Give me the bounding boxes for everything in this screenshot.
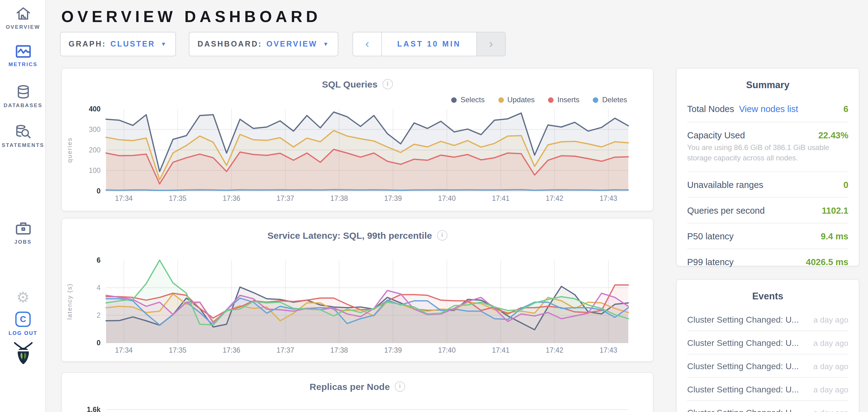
home-icon — [0, 6, 46, 21]
svg-text:17:36: 17:36 — [223, 346, 241, 354]
svg-text:1.6k: 1.6k — [87, 406, 100, 412]
summary-label: Unavailable ranges — [687, 180, 763, 190]
gear-icon[interactable]: ⚙ — [0, 290, 46, 305]
svg-text:queries: queries — [66, 137, 73, 163]
svg-text:2: 2 — [97, 311, 100, 319]
time-range-next-button[interactable]: › — [476, 32, 505, 56]
event-title[interactable]: Cluster Setting Changed: U... — [687, 408, 799, 412]
graph-dropdown-label: GRAPH: — [69, 40, 106, 48]
time-range-prev-button[interactable]: ‹ — [353, 32, 382, 56]
chevron-right-icon: › — [489, 37, 493, 51]
event-time: a day ago — [813, 408, 848, 412]
dashboard-dropdown-label: DASHBOARD: — [198, 40, 262, 48]
svg-text:6: 6 — [97, 256, 100, 264]
graph-dropdown-value: CLUSTER — [110, 40, 155, 48]
summary-title: Summary — [677, 69, 859, 91]
sidebar-item-logout[interactable]: C LOG OUT — [0, 312, 46, 336]
time-range-value[interactable]: LAST 10 MIN — [382, 32, 476, 56]
sidebar: OVERVIEW METRICS DATABASES STATEMENTS JO… — [0, 0, 46, 412]
logout-label: LOG OUT — [0, 330, 46, 336]
replicas-per-node-plot[interactable]: 1.6k — [62, 373, 654, 412]
svg-text:200: 200 — [89, 146, 100, 154]
summary-label: Total Nodes — [687, 104, 734, 114]
summary-row-capacity: Capacity Used 22.43% You are using 86.6 … — [687, 123, 848, 172]
svg-text:17:34: 17:34 — [115, 194, 133, 202]
svg-text:17:42: 17:42 — [546, 194, 564, 202]
event-time: a day ago — [813, 385, 848, 394]
summary-label: P99 latency — [687, 257, 734, 267]
svg-text:300: 300 — [89, 126, 100, 133]
summary-value: 9.4 ms — [821, 231, 848, 241]
summary-value: 22.43% — [818, 130, 848, 140]
event-row: Cluster Setting Changed: U... a day ago — [687, 354, 848, 378]
summary-label: Capacity Used — [687, 130, 745, 140]
sidebar-item-statements[interactable]: STATEMENTS — [0, 124, 46, 148]
view-nodes-list-link[interactable]: View nodes list — [739, 104, 798, 114]
event-title[interactable]: Cluster Setting Changed: U... — [687, 384, 799, 394]
svg-text:17:38: 17:38 — [331, 194, 348, 202]
dashboard-dropdown-value: OVERVIEW — [266, 40, 317, 48]
svg-text:17:37: 17:37 — [276, 194, 294, 202]
sidebar-item-databases[interactable]: DATABASES — [0, 84, 46, 108]
svg-text:17:35: 17:35 — [169, 194, 187, 202]
summary-value: 0 — [843, 180, 848, 190]
events-panel: Events Cluster Setting Changed: U... a d… — [676, 279, 860, 412]
event-row: Cluster Setting Changed: U... a day ago — [687, 308, 848, 331]
svg-text:17:39: 17:39 — [384, 346, 402, 354]
svg-text:17:34: 17:34 — [115, 346, 133, 354]
summary-panel: Summary Total NodesView nodes list 6 Cap… — [676, 68, 860, 266]
svg-text:17:39: 17:39 — [384, 194, 402, 202]
summary-label: P50 latency — [687, 231, 734, 241]
page-title: OVERVIEW DASHBOARD — [61, 7, 321, 26]
summary-row-p50-latency: P50 latency 9.4 ms — [687, 224, 848, 249]
time-range-selector: ‹ LAST 10 MIN › — [352, 32, 506, 56]
sidebar-item-label: METRICS — [0, 61, 46, 67]
svg-text:17:43: 17:43 — [599, 346, 617, 354]
summary-row-unavailable-ranges: Unavailable ranges 0 — [687, 172, 848, 198]
event-time: a day ago — [813, 338, 848, 347]
summary-value: 6 — [843, 104, 848, 114]
svg-text:17:43: 17:43 — [599, 194, 617, 202]
summary-label: Queries per second — [687, 206, 765, 215]
sql-queries-card: SQL Queries i SelectsUpdatesInsertsDelet… — [61, 68, 653, 211]
svg-text:4: 4 — [97, 284, 100, 292]
service-latency-plot[interactable]: 642017:3417:3517:3617:3717:3817:3917:401… — [62, 218, 654, 365]
capacity-description: You are using 86.6 GiB of 386.1 GiB usab… — [687, 143, 848, 164]
caret-down-icon: ▼ — [323, 41, 330, 47]
sidebar-item-overview[interactable]: OVERVIEW — [0, 6, 46, 30]
sidebar-item-metrics[interactable]: METRICS — [0, 45, 46, 67]
event-title[interactable]: Cluster Setting Changed: U... — [687, 361, 799, 371]
svg-text:17:40: 17:40 — [438, 194, 456, 202]
cockroachdb-logo — [0, 342, 46, 367]
event-row: Cluster Setting Changed: U... a day ago — [687, 378, 848, 401]
sidebar-item-label: OVERVIEW — [0, 24, 46, 30]
summary-row-queries-per-second: Queries per second 1102.1 — [687, 198, 848, 224]
svg-text:17:41: 17:41 — [492, 346, 510, 354]
svg-text:17:41: 17:41 — [492, 194, 510, 202]
summary-value: 1102.1 — [822, 206, 848, 215]
sidebar-item-label: STATEMENTS — [0, 142, 46, 148]
statements-search-icon — [0, 124, 46, 139]
event-time: a day ago — [813, 362, 848, 371]
svg-text:17:38: 17:38 — [331, 346, 348, 354]
graph-dropdown[interactable]: GRAPH: CLUSTER ▼ — [60, 32, 176, 56]
sql-queries-plot[interactable]: 400300200100017:3417:3517:3617:3717:3817… — [62, 69, 654, 214]
dashboard-dropdown[interactable]: DASHBOARD: OVERVIEW ▼ — [189, 32, 338, 56]
svg-text:400: 400 — [89, 105, 100, 113]
replicas-per-node-card: Replicas per Node i 1.6k — [61, 372, 653, 412]
svg-text:17:40: 17:40 — [438, 346, 456, 354]
summary-row-total-nodes: Total NodesView nodes list 6 — [687, 96, 848, 123]
summary-row-p99-latency: P99 latency 4026.5 ms — [687, 249, 848, 274]
svg-text:100: 100 — [89, 167, 100, 174]
svg-text:0: 0 — [97, 339, 100, 347]
event-time: a day ago — [813, 315, 848, 324]
sidebar-item-jobs[interactable]: JOBS — [0, 221, 46, 245]
event-row: Cluster Setting Changed: U... a day ago — [687, 331, 848, 354]
svg-text:17:42: 17:42 — [546, 346, 564, 354]
event-title[interactable]: Cluster Setting Changed: U... — [687, 338, 799, 348]
briefcase-icon — [0, 221, 46, 236]
event-title[interactable]: Cluster Setting Changed: U... — [687, 315, 799, 324]
database-icon — [0, 84, 46, 99]
sidebar-item-label: JOBS — [0, 239, 46, 245]
svg-text:17:35: 17:35 — [169, 346, 187, 354]
